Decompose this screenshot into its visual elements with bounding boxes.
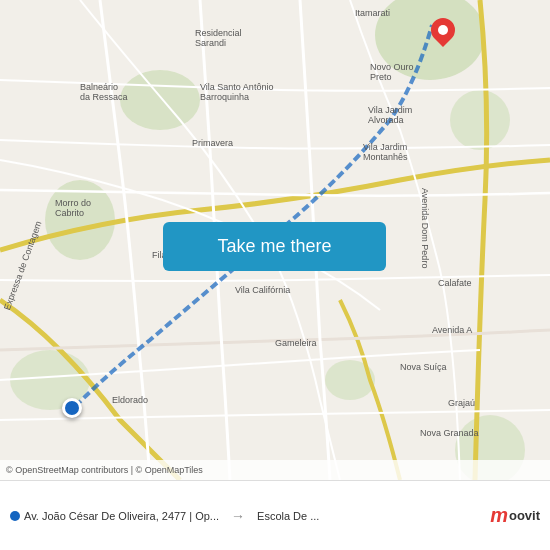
route-arrow: → <box>231 508 245 524</box>
moovit-text: oovit <box>509 508 540 523</box>
moovit-logo: m oovit <box>490 504 540 527</box>
bottom-location-info: Av. João César De Oliveira, 2477 | Op...… <box>10 508 480 524</box>
dest-pin-inner <box>438 25 448 35</box>
origin-text: Av. João César De Oliveira, 2477 | Op... <box>24 510 219 522</box>
bottom-bar: Av. João César De Oliveira, 2477 | Op...… <box>0 480 550 550</box>
take-me-there-button[interactable]: Take me there <box>163 222 386 271</box>
moovit-icon: m <box>490 504 508 527</box>
origin-dot <box>10 511 20 521</box>
dest-pin-circle <box>426 13 460 47</box>
route-info-row: Av. João César De Oliveira, 2477 | Op...… <box>10 508 480 524</box>
destination-text: Escola De ... <box>257 510 319 522</box>
svg-point-3 <box>450 90 510 150</box>
attribution-bar: © OpenStreetMap contributors | © OpenMap… <box>0 460 550 480</box>
svg-point-1 <box>120 70 200 130</box>
destination-pin <box>431 18 455 48</box>
attribution-text: © OpenStreetMap contributors | © OpenMap… <box>6 465 203 475</box>
origin-pin <box>62 398 82 418</box>
map-container: Itamarati ResidencialSarandi Novo OuroPr… <box>0 0 550 480</box>
svg-point-0 <box>375 0 485 80</box>
